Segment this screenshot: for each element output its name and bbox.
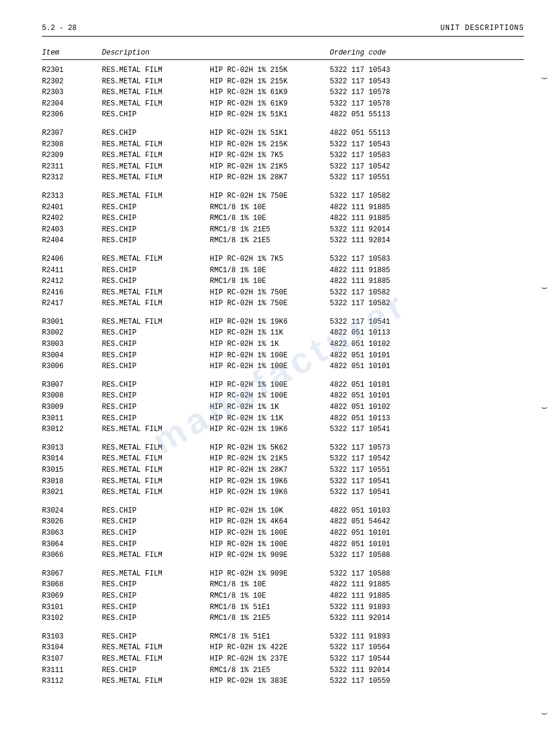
cell-ordering-code: 4822 111 91885 (330, 591, 438, 602)
cell-item: R3007 (42, 379, 102, 391)
cell-item: R2406 (42, 254, 102, 265)
cell-spec: RMC1/8 1% 10E (210, 579, 330, 591)
cell-spec: HIP RC-02H 1% 19K6 (210, 476, 330, 487)
table-row: R3101RES.CHIPRMC1/8 1% 51E15322 111 9189… (42, 602, 524, 613)
cell-item: R2307 (42, 128, 102, 139)
cell-description: RES.CHIP (102, 390, 210, 402)
cell-item: R3024 (42, 505, 102, 517)
table-row: R3007RES.CHIPHIP RC-02H 1% 100E4822 051 … (42, 379, 524, 391)
cell-ordering-code: 5322 117 10543 (330, 139, 438, 150)
table-row: R2309RES.METAL FILMHIP RC-02H 1% 7K55322… (42, 150, 524, 161)
table-row: R3067RES.METAL FILMHIP RC-02H 1% 909E532… (42, 568, 524, 580)
cell-spec: HIP RC-02H 1% 21K5 (210, 453, 330, 465)
cell-spec: HIP RC-02H 1% 51K1 (210, 109, 330, 121)
cell-ordering-code: 5322 117 10543 (330, 76, 438, 88)
scroll-indicator-4: ⌣ (541, 707, 548, 719)
table-row: R2402RES.CHIPRMC1/8 1% 10E4822 111 91885 (42, 213, 524, 224)
cell-item: R2302 (42, 76, 102, 88)
cell-ordering-code: 4822 051 10101 (330, 390, 438, 402)
cell-spec: HIP RC-02H 1% 28K7 (210, 465, 330, 476)
cell-spec: HIP RC-02H 1% 28K7 (210, 172, 330, 183)
cell-description: RES.CHIP (102, 109, 210, 121)
cell-ordering-code: 4822 051 10101 (330, 350, 438, 362)
cell-item: R2306 (42, 109, 102, 121)
table-row: R3011RES.CHIPHIP RC-02H 1% 11K4822 051 1… (42, 413, 524, 424)
cell-description: RES.CHIP (102, 579, 210, 591)
cell-item: R2308 (42, 139, 102, 150)
cell-item: R3008 (42, 390, 102, 402)
cell-ordering-code: 4822 051 10113 (330, 327, 438, 339)
cell-item: R2411 (42, 265, 102, 276)
cell-item: R2417 (42, 298, 102, 309)
table-row: R2411RES.CHIPRMC1/8 1% 10E4822 111 91885 (42, 265, 524, 276)
scroll-indicator-1: ⌣ (541, 72, 548, 84)
cell-item: R3009 (42, 402, 102, 413)
cell-description: RES.METAL FILM (102, 424, 210, 435)
cell-ordering-code: 4822 111 91885 (330, 202, 438, 213)
cell-spec: HIP RC-02H 1% 100E (210, 539, 330, 550)
cell-ordering-code: 4822 051 55113 (330, 109, 438, 121)
cell-spec: RMC1/8 1% 10E (210, 202, 330, 213)
cell-item: R3107 (42, 653, 102, 665)
cell-description: RES.CHIP (102, 413, 210, 424)
col-item: Item (42, 49, 102, 57)
cell-spec: HIP RC-02H 1% 100E (210, 379, 330, 391)
table-row: R3104RES.METAL FILMHIP RC-02H 1% 422E532… (42, 642, 524, 653)
table-row: R3003RES.CHIPHIP RC-02H 1% 1K4822 051 10… (42, 339, 524, 350)
cell-ordering-code: 5322 117 10542 (330, 161, 438, 173)
cell-spec: HIP RC-02H 1% 215K (210, 139, 330, 150)
table-row: R3018RES.METAL FILMHIP RC-02H 1% 19K6532… (42, 476, 524, 487)
cell-ordering-code: 4822 051 55113 (330, 128, 438, 139)
cell-description: RES.METAL FILM (102, 87, 210, 98)
cell-description: RES.METAL FILM (102, 298, 210, 309)
cell-spec: HIP RC-02H 1% 100E (210, 390, 330, 402)
cell-description: RES.CHIP (102, 339, 210, 350)
cell-spec: HIP RC-02H 1% 7K5 (210, 254, 330, 265)
table-row: R3015RES.METAL FILMHIP RC-02H 1% 28K7532… (42, 465, 524, 476)
cell-spec: RMC1/8 1% 21E5 (210, 224, 330, 236)
cell-spec: RMC1/8 1% 21E5 (210, 235, 330, 246)
cell-description: RES.METAL FILM (102, 476, 210, 487)
cell-item: R3001 (42, 317, 102, 328)
cell-description: RES.CHIP (102, 516, 210, 528)
table-group: R2406RES.METAL FILMHIP RC-02H 1% 7K55322… (42, 254, 524, 309)
cell-item: R3018 (42, 476, 102, 487)
cell-ordering-code: 5322 117 10544 (330, 653, 438, 665)
cell-description: RES.CHIP (102, 528, 210, 539)
cell-description: RES.METAL FILM (102, 317, 210, 328)
col-spec (210, 49, 330, 57)
table-row: R2311RES.METAL FILMHIP RC-02H 1% 21K5532… (42, 161, 524, 173)
table-row: R2403RES.CHIPRMC1/8 1% 21E55322 111 9201… (42, 224, 524, 236)
table-row: R2404RES.CHIPRMC1/8 1% 21E55322 111 9201… (42, 235, 524, 246)
cell-spec: HIP RC-02H 1% 100E (210, 528, 330, 539)
cell-item: R3063 (42, 528, 102, 539)
scroll-indicator-3: ⌣ (541, 402, 548, 414)
cell-ordering-code: 5322 117 10541 (330, 476, 438, 487)
cell-description: RES.CHIP (102, 602, 210, 613)
cell-description: RES.CHIP (102, 631, 210, 643)
cell-ordering-code: 5322 117 10551 (330, 465, 438, 476)
cell-spec: HIP RC-02H 1% 909E (210, 550, 330, 561)
cell-spec: HIP RC-02H 1% 5K62 (210, 442, 330, 454)
data-table: Item Description Ordering code R2301RES.… (42, 49, 524, 687)
cell-ordering-code: 5322 111 92014 (330, 235, 438, 246)
cell-item: R3006 (42, 361, 102, 372)
cell-item: R2404 (42, 235, 102, 246)
table-row: R3024RES.CHIPHIP RC-02H 1% 10K4822 051 1… (42, 505, 524, 517)
cell-spec: HIP RC-02H 1% 237E (210, 653, 330, 665)
cell-spec: HIP RC-02H 1% 422E (210, 642, 330, 653)
cell-ordering-code: 5322 117 10541 (330, 317, 438, 328)
col-ordering: Ordering code (330, 49, 438, 57)
table-row: R2308RES.METAL FILMHIP RC-02H 1% 215K532… (42, 139, 524, 150)
cell-item: R2416 (42, 287, 102, 299)
cell-description: RES.CHIP (102, 128, 210, 139)
table-row: R3103RES.CHIPRMC1/8 1% 51E15322 111 9189… (42, 631, 524, 643)
cell-ordering-code: 5322 117 10573 (330, 442, 438, 454)
cell-spec: HIP RC-02H 1% 19K6 (210, 424, 330, 435)
table-row: R2306RES.CHIPHIP RC-02H 1% 51K14822 051 … (42, 109, 524, 121)
cell-description: RES.CHIP (102, 235, 210, 246)
cell-item: R3003 (42, 339, 102, 350)
table-group: R3007RES.CHIPHIP RC-02H 1% 100E4822 051 … (42, 379, 524, 435)
cell-ordering-code: 5322 117 10583 (330, 150, 438, 161)
table-row: R2412RES.CHIPRMC1/8 1% 10E4822 111 91885 (42, 276, 524, 287)
